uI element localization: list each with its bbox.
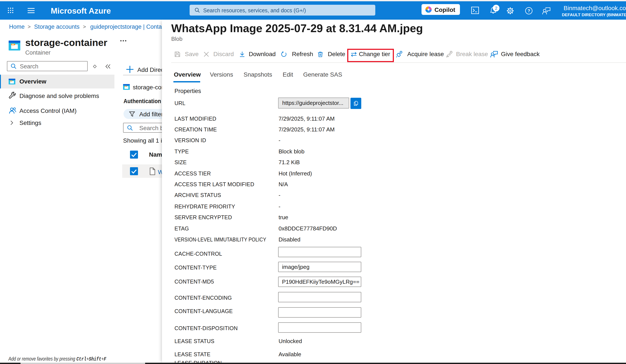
svg-text:?: ? — [528, 8, 530, 13]
